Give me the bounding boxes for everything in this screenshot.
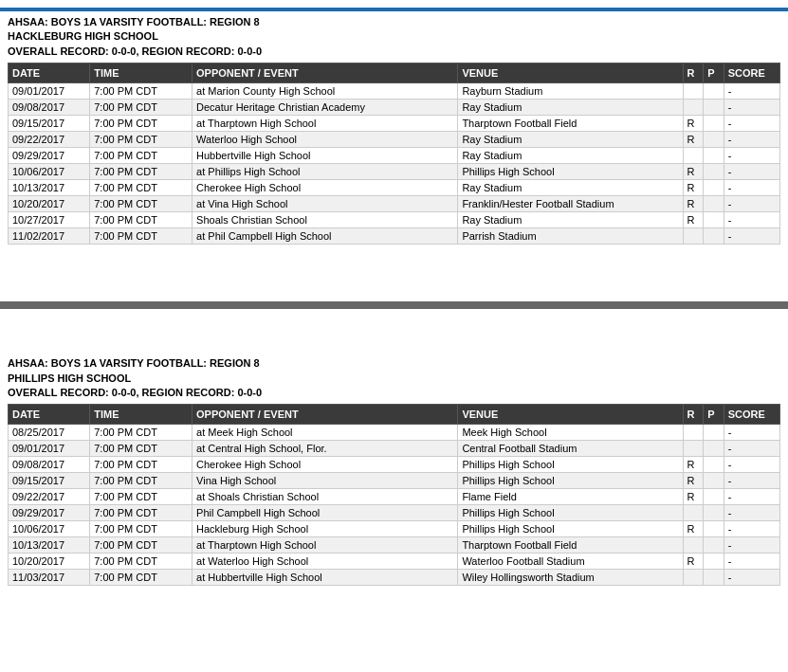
cell-0-2: at Meek High School — [192, 425, 458, 441]
col-header-0: DATE — [9, 405, 90, 425]
table-row: 10/06/20177:00 PM CDTHackleburg High Sch… — [9, 521, 780, 537]
cell-3-0: 09/22/2017 — [9, 132, 90, 148]
cell-9-0: 11/03/2017 — [9, 570, 90, 586]
cell-5-2: Phil Campbell High School — [192, 505, 458, 521]
cell-9-1: 7:00 PM CDT — [90, 570, 192, 586]
cell-0-4 — [683, 425, 704, 441]
cell-6-2: Hackleburg High School — [192, 521, 458, 537]
table-row: 09/01/20177:00 PM CDTat Central High Sch… — [9, 441, 780, 457]
section-header: AHSAA: BOYS 1A VARSITY FOOTBALL: REGION … — [8, 356, 780, 400]
cell-8-1: 7:00 PM CDT — [90, 212, 192, 228]
cell-0-2: at Marion County High School — [192, 83, 458, 100]
cell-2-4: R — [683, 457, 704, 473]
cell-0-0: 08/25/2017 — [9, 425, 90, 441]
cell-5-0: 09/29/2017 — [9, 505, 90, 521]
cell-8-6: - — [724, 212, 779, 228]
cell-6-3: Ray Stadium — [458, 180, 683, 196]
table-row: 09/15/20177:00 PM CDTVina High SchoolPhi… — [9, 473, 780, 489]
col-header-1: TIME — [90, 64, 192, 83]
cell-4-2: at Shoals Christian School — [192, 489, 458, 505]
cell-9-3: Wiley Hollingsworth Stadium — [458, 570, 683, 586]
cell-4-5 — [704, 148, 724, 164]
cell-2-4: R — [683, 116, 704, 132]
cell-0-3: Rayburn Stadium — [458, 83, 683, 100]
schedule-table: DATETIMEOPPONENT / EVENTVENUERPSCORE09/0… — [8, 63, 780, 245]
col-header-1: TIME — [90, 405, 192, 425]
cell-2-2: at Tharptown High School — [192, 116, 458, 132]
cell-4-4: R — [683, 489, 704, 505]
cell-7-6: - — [724, 196, 779, 212]
cell-4-3: Flame Field — [458, 489, 683, 505]
cell-7-2: at Vina High School — [192, 196, 458, 212]
cell-7-5 — [704, 537, 724, 554]
cell-2-1: 7:00 PM CDT — [90, 116, 192, 132]
cell-2-2: Cherokee High School — [192, 457, 458, 473]
cell-8-1: 7:00 PM CDT — [90, 554, 192, 570]
cell-1-1: 7:00 PM CDT — [90, 100, 192, 116]
table-row: 09/29/20177:00 PM CDTHubbertville High S… — [9, 148, 780, 164]
section-phillips: AHSAA: BOYS 1A VARSITY FOOTBALL: REGION … — [0, 356, 788, 586]
cell-6-2: Cherokee High School — [192, 180, 458, 196]
cell-5-6: - — [724, 164, 779, 180]
cell-7-3: Franklin/Hester Football Stadium — [458, 196, 683, 212]
cell-2-1: 7:00 PM CDT — [90, 457, 192, 473]
cell-7-5 — [704, 196, 724, 212]
table-row: 10/06/20177:00 PM CDTat Phillips High Sc… — [9, 164, 780, 180]
cell-3-6: - — [724, 132, 779, 148]
cell-4-4 — [683, 148, 704, 164]
cell-9-5 — [704, 570, 724, 586]
cell-9-4 — [683, 228, 704, 245]
cell-7-0: 10/13/2017 — [9, 537, 90, 554]
cell-5-2: at Phillips High School — [192, 164, 458, 180]
cell-1-4 — [683, 441, 704, 457]
cell-3-4: R — [683, 473, 704, 489]
col-header-3: VENUE — [458, 405, 683, 425]
section-record: OVERALL RECORD: 0-0-0, REGION RECORD: 0-… — [8, 45, 780, 59]
table-row: 10/13/20177:00 PM CDTat Tharptown High S… — [9, 537, 780, 554]
cell-2-6: - — [724, 116, 779, 132]
cell-8-3: Waterloo Football Stadium — [458, 554, 683, 570]
cell-6-6: - — [724, 180, 779, 196]
cell-3-2: Waterloo High School — [192, 132, 458, 148]
table-row: 09/22/20177:00 PM CDTat Shoals Christian… — [9, 489, 780, 505]
section-title: AHSAA: BOYS 1A VARSITY FOOTBALL: REGION … — [8, 15, 780, 29]
cell-7-4 — [683, 537, 704, 554]
cell-5-3: Phillips High School — [458, 505, 683, 521]
col-header-6: SCORE — [724, 405, 779, 425]
cell-6-4: R — [683, 521, 704, 537]
cell-1-3: Ray Stadium — [458, 100, 683, 116]
table-row: 09/08/20177:00 PM CDTDecatur Heritage Ch… — [9, 100, 780, 116]
cell-6-1: 7:00 PM CDT — [90, 521, 192, 537]
cell-4-3: Ray Stadium — [458, 148, 683, 164]
section-header: AHSAA: BOYS 1A VARSITY FOOTBALL: REGION … — [8, 15, 780, 59]
cell-8-0: 10/27/2017 — [9, 212, 90, 228]
cell-8-2: Shoals Christian School — [192, 212, 458, 228]
cell-6-5 — [704, 180, 724, 196]
cell-5-1: 7:00 PM CDT — [90, 164, 192, 180]
cell-3-4: R — [683, 132, 704, 148]
cell-5-5 — [704, 164, 724, 180]
col-header-4: R — [683, 405, 704, 425]
cell-6-1: 7:00 PM CDT — [90, 180, 192, 196]
cell-3-5 — [704, 132, 724, 148]
cell-4-0: 09/29/2017 — [9, 148, 90, 164]
cell-1-6: - — [724, 100, 779, 116]
table-row: 09/29/20177:00 PM CDTPhil Campbell High … — [9, 505, 780, 521]
cell-4-6: - — [724, 489, 779, 505]
col-header-6: SCORE — [724, 64, 779, 83]
cell-1-0: 09/01/2017 — [9, 441, 90, 457]
cell-1-1: 7:00 PM CDT — [90, 441, 192, 457]
cell-6-0: 10/13/2017 — [9, 180, 90, 196]
cell-1-2: at Central High School, Flor. — [192, 441, 458, 457]
cell-5-0: 10/06/2017 — [9, 164, 90, 180]
cell-7-1: 7:00 PM CDT — [90, 196, 192, 212]
cell-0-5 — [704, 425, 724, 441]
cell-7-6: - — [724, 537, 779, 554]
spacer — [0, 254, 788, 292]
cell-8-0: 10/20/2017 — [9, 554, 90, 570]
cell-5-6: - — [724, 505, 779, 521]
cell-9-3: Parrish Stadium — [458, 228, 683, 245]
cell-4-0: 09/22/2017 — [9, 489, 90, 505]
page: AHSAA: BOYS 1A VARSITY FOOTBALL: REGION … — [0, 0, 788, 672]
table-row: 10/20/20177:00 PM CDTat Waterloo High Sc… — [9, 554, 780, 570]
